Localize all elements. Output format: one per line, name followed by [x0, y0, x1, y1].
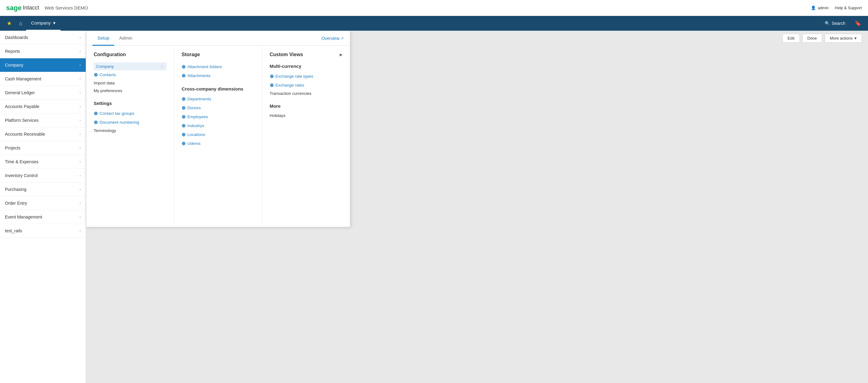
flyout-departments-link[interactable]: ⊕ Departments — [182, 95, 254, 103]
action-buttons: Edit Done More actions ▾ — [782, 34, 862, 43]
sidebar-item-cash-management[interactable]: Cash Management› — [0, 72, 86, 86]
flyout-attachment-folders-link[interactable]: ⊕ Attachment folders — [182, 62, 254, 71]
flyout-company-link[interactable]: Company ☆ — [94, 62, 166, 70]
sidebar-item-label: Dashboards — [5, 35, 28, 40]
flyout-attachments-link[interactable]: ⊕ Attachments — [182, 71, 254, 80]
sidebar-item-dashboards[interactable]: Dashboards› — [0, 31, 86, 44]
locations-label: Locations — [187, 132, 205, 137]
flyout-locations-link[interactable]: ⊕ Locations — [182, 130, 254, 139]
sidebar-item-general-ledger[interactable]: General Ledger› — [0, 86, 86, 100]
sidebar-chevron-icon: › — [80, 160, 81, 164]
contact-tax-plus-icon: ⊕ — [94, 110, 98, 116]
sidebar-item-platform-services[interactable]: Platform Services› — [0, 113, 86, 127]
donors-label: Donors — [187, 106, 201, 110]
flyout-col-1: Configuration Company ☆ ⊕ Contacts Impor… — [86, 46, 174, 224]
sidebar-chevron-icon: › — [80, 187, 81, 192]
favorites-star-icon[interactable]: ★ — [3, 20, 16, 27]
search-label: Search — [832, 21, 845, 26]
flyout-donors-link[interactable]: ⊕ Donors — [182, 103, 254, 112]
multi-currency-title: Multi-currency — [270, 64, 342, 69]
custom-views-arrow-icon: ▶ — [340, 53, 342, 57]
sidebar-chevron-icon: › — [80, 146, 81, 150]
sidebar-item-test-rails[interactable]: test_rails› — [0, 224, 86, 238]
attachment-folders-label: Attachment folders — [187, 64, 222, 69]
attachments-label: Attachments — [187, 73, 210, 78]
sidebar-item-inventory-control[interactable]: Inventory Control› — [0, 169, 86, 183]
flyout-holidays-link[interactable]: Holidays — [270, 112, 342, 119]
sidebar-chevron-icon: › — [80, 77, 81, 81]
sidebar-chevron-icon: › — [80, 91, 81, 95]
user-area[interactable]: 👤 admin — [811, 5, 828, 10]
sidebar-chevron-icon: › — [80, 104, 81, 109]
company-nav-chevron: ▾ — [53, 20, 56, 26]
external-link-icon: ↗ — [341, 36, 344, 40]
flyout-industrys-link[interactable]: ⊕ Industrys — [182, 121, 254, 130]
sidebar-item-reports[interactable]: Reports› — [0, 44, 86, 58]
sidebar-item-label: Purchasing — [5, 187, 26, 192]
search-button[interactable]: 🔍 Search — [820, 16, 849, 31]
employees-label: Employees — [187, 114, 208, 119]
flyout-doc-numbering-link[interactable]: ⊕ Document numbering — [94, 118, 166, 127]
sidebar-chevron-icon: › — [80, 173, 81, 178]
tab-admin[interactable]: Admin — [114, 31, 137, 46]
sage-wordmark: sage — [6, 4, 22, 12]
sage-logo: sage Intacct — [6, 4, 39, 12]
more-actions-chevron: ▾ — [855, 36, 857, 40]
flyout-panel: Setup Admin Overview ↗ Configuration Co — [86, 31, 350, 227]
flyout-contacts-link[interactable]: ⊕ Contacts — [94, 70, 166, 79]
contacts-plus-icon: ⊕ — [94, 72, 98, 78]
sidebar-item-label: Accounts Receivable — [5, 132, 45, 137]
attachment-folders-plus-icon: ⊕ — [182, 64, 186, 70]
top-bar-right: 👤 admin Help & Support — [811, 5, 862, 10]
logo-area: sage Intacct Web Services DEMO — [6, 4, 88, 12]
overview-link[interactable]: Overview ↗ — [321, 36, 344, 41]
edit-button[interactable]: Edit — [782, 34, 800, 43]
sidebar-item-label: General Ledger — [5, 90, 35, 95]
contacts-label: Contacts — [99, 72, 116, 77]
flyout-terminology-link[interactable]: Terminology — [94, 127, 166, 134]
done-button[interactable]: Done — [802, 34, 822, 43]
more-actions-label: More actions — [830, 36, 852, 40]
sidebar-item-label: Inventory Control — [5, 173, 38, 178]
intacct-wordmark: Intacct — [23, 5, 39, 11]
sidebar-item-label: Cash Management — [5, 76, 41, 81]
cross-company-title: Cross-company dimensions — [182, 86, 254, 92]
departments-plus-icon: ⊕ — [182, 96, 186, 102]
flyout-import-link[interactable]: Import data — [94, 79, 166, 87]
config-title: Configuration — [94, 52, 166, 58]
sidebar-item-event-management[interactable]: Event Management› — [0, 210, 86, 224]
flyout-employees-link[interactable]: ⊕ Employees — [182, 112, 254, 121]
flyout-udems-link[interactable]: ⊕ Udems — [182, 139, 254, 148]
flyout-content: Configuration Company ☆ ⊕ Contacts Impor… — [86, 46, 350, 224]
sidebar-item-purchasing[interactable]: Purchasing› — [0, 183, 86, 197]
company-nav-label: Company — [31, 20, 51, 26]
custom-views-title: Custom Views — [270, 52, 303, 58]
home-icon[interactable]: ⌂ — [16, 20, 26, 27]
flyout-exchange-rates-link[interactable]: ⊕ Exchange rates — [270, 81, 342, 90]
sidebar-item-order-entry[interactable]: Order Entry› — [0, 197, 86, 210]
sidebar-item-company[interactable]: Company› — [0, 58, 86, 72]
udems-plus-icon: ⊕ — [182, 141, 186, 146]
nav-bar: ★ ⌂ Company ▾ 🔍 Search 🔖 — [0, 16, 868, 31]
help-link[interactable]: Help & Support — [835, 5, 862, 10]
more-actions-button[interactable]: More actions ▾ — [825, 34, 862, 43]
sidebar-item-label: Reports — [5, 49, 20, 54]
flyout-transaction-currencies-link[interactable]: Transaction currencies — [270, 90, 342, 97]
company-star-icon[interactable]: ☆ — [160, 64, 164, 69]
sidebar-item-accounts-receivable[interactable]: Accounts Receivable› — [0, 127, 86, 141]
attachments-plus-icon: ⊕ — [182, 73, 186, 78]
tab-setup[interactable]: Setup — [92, 31, 114, 46]
sidebar-chevron-icon: › — [80, 201, 81, 205]
sidebar-item-time-expenses[interactable]: Time & Expenses› — [0, 155, 86, 169]
flyout-contact-tax-link[interactable]: ⊕ Contact tax groups — [94, 109, 166, 118]
flyout-myprefs-link[interactable]: My preferences — [94, 87, 166, 95]
sidebar-item-accounts-payable[interactable]: Accounts Payable› — [0, 100, 86, 113]
flyout-col-2: Storage ⊕ Attachment folders ⊕ Attachmen… — [174, 46, 262, 224]
bookmark-icon[interactable]: 🔖 — [851, 20, 865, 27]
company-nav-button[interactable]: Company ▾ — [26, 16, 61, 31]
donors-plus-icon: ⊕ — [182, 105, 186, 111]
flyout-exchange-rate-types-link[interactable]: ⊕ Exchange rate types — [270, 72, 342, 81]
sidebar-item-projects[interactable]: Projects› — [0, 141, 86, 155]
overview-label: Overview — [321, 36, 339, 41]
sidebar-chevron-icon: › — [80, 215, 81, 219]
